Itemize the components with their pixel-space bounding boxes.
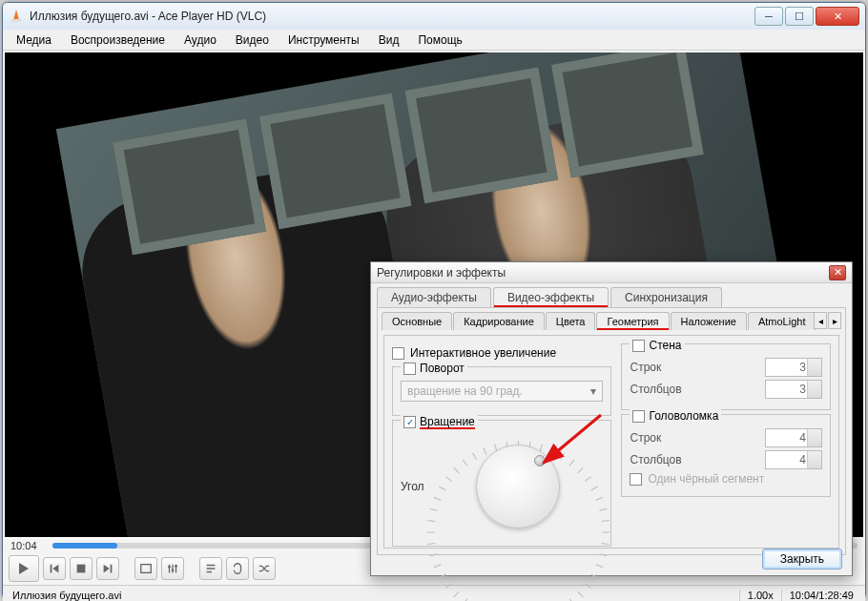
subtab-scroll-left[interactable]: ◂ [814, 312, 827, 329]
dialog-titlebar: Регулировки и эффекты ✕ [371, 262, 852, 283]
close-button[interactable]: ✕ [816, 7, 859, 26]
subtab-colors[interactable]: Цвета [546, 312, 596, 330]
tab-sync[interactable]: Синхронизация [610, 287, 722, 307]
effects-dialog: Регулировки и эффекты ✕ Аудио-эффекты Ви… [370, 261, 853, 576]
seek-fill [52, 543, 117, 549]
menu-media[interactable]: Медиа [9, 31, 59, 49]
rotation-checkbox[interactable] [403, 416, 416, 428]
titlebar: Иллюзия будущего.avi - Ace Player HD (VL… [3, 3, 865, 30]
subtab-basic[interactable]: Основные [382, 312, 452, 330]
subtab-geometry[interactable]: Геометрия [596, 312, 669, 330]
menu-playback[interactable]: Воспроизведение [63, 31, 173, 49]
menubar: Медиа Воспроизведение Аудио Видео Инстру… [3, 30, 865, 51]
wall-rows-label: Строк [630, 361, 759, 374]
wall-cols-spin[interactable]: 3 [765, 380, 822, 399]
svg-point-3 [168, 566, 171, 569]
rotate-select[interactable]: вращение на 90 град. [401, 381, 603, 402]
menu-tools[interactable]: Инструменты [280, 31, 367, 49]
interactive-zoom-label: Интерактивное увеличение [410, 346, 556, 360]
main-tabs: Аудио-эффекты Видео-эффекты Синхронизаци… [371, 283, 852, 307]
status-time: 10:04/1:28:49 [782, 590, 861, 601]
stop-button[interactable] [70, 557, 93, 580]
statusbar: Иллюзия будущего.avi 1.00x 10:04/1:28:49 [3, 585, 865, 601]
window-title: Иллюзия будущего.avi - Ace Player HD (VL… [30, 10, 754, 23]
menu-audio[interactable]: Аудио [176, 31, 224, 49]
interactive-zoom-checkbox[interactable] [392, 347, 404, 360]
angle-label: Угол [401, 480, 424, 493]
puzzle-group: Головоломка Строк 4 Столбцов 4 Один чёрн… [621, 414, 831, 497]
one-black-checkbox[interactable] [630, 473, 642, 486]
next-button[interactable] [96, 557, 119, 580]
dialog-title: Регулировки и эффекты [377, 266, 829, 280]
dialog-close-button[interactable]: ✕ [829, 265, 846, 280]
subtab-scroll-right[interactable]: ▸ [828, 312, 841, 329]
menu-view[interactable]: Вид [371, 31, 407, 49]
puzzle-rows-label: Строк [630, 431, 759, 445]
wall-title: Стена [649, 339, 681, 352]
status-speed: 1.00x [740, 590, 782, 601]
time-elapsed: 10:04 [10, 540, 52, 551]
tab-video-effects[interactable]: Видео-эффекты [493, 287, 609, 307]
playlist-button[interactable] [199, 557, 222, 580]
one-black-label: Один чёрный сегмент [648, 472, 764, 486]
puzzle-checkbox[interactable] [632, 410, 645, 423]
svg-rect-0 [11, 19, 21, 22]
geometry-panel: Интерактивное увеличение Поворот вращени… [383, 335, 839, 549]
subtab-crop[interactable]: Кадрирование [453, 312, 545, 330]
prev-button[interactable] [43, 557, 66, 580]
dial-indicator [534, 455, 546, 466]
sub-tabs: Основные Кадрирование Цвета Геометрия На… [378, 308, 845, 330]
svg-rect-2 [141, 565, 152, 573]
maximize-button[interactable]: ☐ [785, 7, 814, 26]
puzzle-cols-spin[interactable]: 4 [765, 450, 822, 469]
tab-audio-effects[interactable]: Аудио-эффекты [377, 287, 491, 307]
wall-rows-spin[interactable]: 3 [765, 358, 822, 377]
rotate-label: Поворот [420, 362, 465, 375]
menu-help[interactable]: Помощь [410, 31, 469, 49]
video-effects-pane: Основные Кадрирование Цвета Геометрия На… [377, 307, 846, 555]
subtab-overlay[interactable]: Наложение [671, 312, 747, 330]
rotation-dial[interactable] [466, 435, 569, 538]
rotation-group: Вращение Угол [392, 420, 611, 547]
loop-button[interactable] [226, 557, 249, 580]
svg-rect-1 [77, 565, 86, 573]
puzzle-title: Головоломка [649, 409, 718, 423]
subtab-atmolight[interactable]: AtmoLight [748, 312, 816, 330]
status-file: Иллюзия будущего.avi [7, 590, 740, 601]
svg-point-4 [172, 569, 175, 571]
ext-settings-button[interactable] [161, 557, 184, 580]
app-icon [9, 9, 24, 24]
play-button[interactable] [9, 555, 39, 582]
wall-checkbox[interactable] [632, 340, 645, 352]
dialog-close-main-button[interactable]: Закрыть [762, 549, 842, 570]
wall-group: Стена Строк 3 Столбцов 3 [621, 343, 831, 410]
rotate-checkbox[interactable] [403, 363, 416, 375]
puzzle-cols-label: Столбцов [630, 453, 759, 466]
puzzle-rows-spin[interactable]: 4 [765, 428, 822, 447]
wall-cols-label: Столбцов [630, 383, 759, 396]
fullscreen-button[interactable] [134, 557, 157, 580]
menu-video[interactable]: Видео [228, 31, 277, 49]
shuffle-button[interactable] [253, 557, 276, 580]
svg-point-5 [175, 565, 177, 568]
minimize-button[interactable]: ─ [754, 7, 783, 26]
rotation-label: Вращение [420, 415, 475, 429]
rotate-group: Поворот вращение на 90 град. [392, 366, 611, 416]
